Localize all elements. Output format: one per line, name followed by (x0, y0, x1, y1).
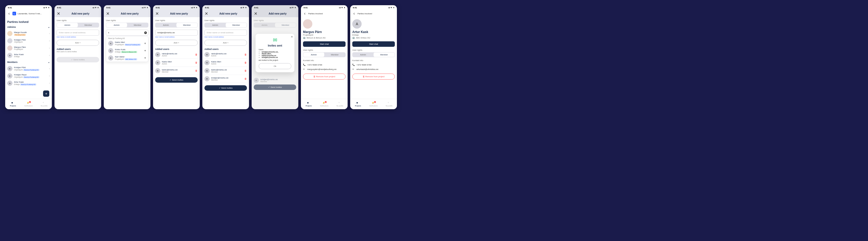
delete-user-icon[interactable]: 🗑 (195, 61, 198, 64)
seg-admin[interactable]: Admin (57, 23, 78, 27)
person-row[interactable]: Margus PärnProjektijuht › (7, 45, 50, 52)
send-invites-button[interactable]: ✓ Send invites (205, 85, 247, 91)
add-user-icon[interactable]: + (144, 42, 146, 45)
email-value[interactable]: marguspärn@randjatuulberg.ee (307, 68, 337, 71)
person-row[interactable]: K Kristjan PõldObjektijuht Rand ja Tuulb… (7, 65, 50, 72)
phone-value[interactable]: +372 5689 6784 (356, 64, 371, 66)
add-user-icon[interactable]: + (144, 56, 146, 60)
seg-admin[interactable]: Admin (205, 23, 226, 27)
add-party-fab[interactable]: + (43, 90, 49, 97)
seg-admin[interactable]: Admin (155, 23, 177, 27)
nav-profile[interactable]: ☺My profile (381, 99, 397, 109)
start-chat-button[interactable]: Start chat (303, 41, 345, 47)
user-rights-label: User rights (57, 19, 99, 22)
seg-member[interactable]: Member (127, 23, 148, 27)
modal-footer-text: are invited to the project. (259, 59, 291, 61)
name-email-input[interactable] (205, 30, 247, 36)
dropdown-item[interactable]: K Kaido MeriProjektijuht Rand ja Tuulber… (106, 40, 148, 47)
seg-member[interactable]: Member (374, 53, 395, 57)
back-button[interactable]: ‹ (303, 12, 307, 15)
rights-segment[interactable]: AdminMember (57, 23, 99, 28)
name-email-input[interactable] (155, 30, 198, 36)
nav-notifications[interactable]: 🔔4Notifications (21, 99, 36, 109)
back-button[interactable]: ‹ (352, 12, 356, 15)
modal-ok-button[interactable]: Ok (259, 63, 291, 69)
chevron-right-icon[interactable]: › (49, 32, 50, 35)
seg-admin[interactable]: Admin (352, 53, 374, 57)
seg-member[interactable]: Member (226, 23, 247, 27)
chevron-right-icon[interactable]: › (49, 47, 50, 49)
person-subtitle: Pending invite (14, 33, 48, 36)
user-role: Member (211, 71, 243, 73)
add-button[interactable]: Add + (205, 40, 247, 46)
added-users-help: Add users to send invites (57, 51, 99, 53)
email-value[interactable]: arturkask@viimistlus.ee (356, 68, 378, 71)
notification-badge: 4 (374, 101, 376, 103)
mail-icon: ✉ (303, 68, 306, 71)
delete-user-icon[interactable]: 🗑 (244, 53, 247, 56)
user-email: Kaido Meri (211, 60, 243, 63)
modal-close-icon[interactable]: ✕ (291, 35, 293, 38)
nav-profile[interactable]: ☺My profile (332, 99, 348, 109)
person-row[interactable]: A Artur KaskEhitaja › (7, 52, 50, 59)
user-email: Kaido Meri (162, 60, 193, 63)
delete-user-icon[interactable]: 🗑 (244, 61, 247, 64)
back-button[interactable]: ‹ (7, 12, 11, 15)
nav-notifications[interactable]: 🔔4Notifications (366, 99, 381, 109)
send-invites-button[interactable]: ✓ Send invites (155, 77, 198, 83)
close-button[interactable]: ✕ (205, 12, 208, 15)
collapse-admins[interactable]: ⌄ (48, 25, 50, 28)
add-button[interactable]: Add + (155, 40, 198, 46)
chevron-right-icon[interactable]: › (49, 39, 50, 42)
person-row[interactable]: Kristjan PõldObjektijuht › (7, 37, 50, 45)
delete-user-icon[interactable]: 🗑 (244, 78, 247, 80)
seg-admin[interactable]: Admin (303, 53, 324, 57)
breadcrumb[interactable]: Lasnamäe, Vormsi 5 rek... (18, 12, 42, 15)
collapse-members[interactable]: ⌄ (48, 60, 50, 63)
chevron-right-icon[interactable]: › (49, 67, 50, 70)
name-email-input[interactable] (57, 30, 99, 36)
phone-value[interactable]: +372 5689 6784 (307, 64, 322, 66)
avatar: K (7, 73, 12, 79)
chevron-right-icon[interactable]: › (49, 75, 50, 77)
close-button[interactable]: ✕ (155, 12, 159, 15)
delete-user-icon[interactable]: 🗑 (195, 53, 198, 56)
seg-admin[interactable]: Admin (106, 23, 127, 27)
clear-input-icon[interactable]: ✕ (144, 31, 147, 34)
chevron-right-icon[interactable]: › (49, 54, 50, 57)
delete-user-icon[interactable]: 🗑 (244, 70, 247, 72)
avatar: R (155, 68, 160, 73)
avatar (7, 46, 12, 51)
person-row[interactable]: A Artur KaskEhitaja Rand ja Tuulberg AS … (7, 80, 50, 87)
delete-user-icon[interactable]: 🗑 (195, 70, 198, 72)
nav-projects[interactable]: ▦Projects (350, 99, 366, 109)
name-email-input[interactable] (106, 30, 148, 36)
remove-from-project-button[interactable]: 🗑 Remove from project (352, 74, 395, 80)
profile-name: Artur Kask (352, 30, 395, 34)
dropdown-item[interactable]: K Karl VaherProjektijuht ABC Ehitus OÜ + (106, 54, 148, 62)
phone-icon: 📞 (303, 64, 306, 66)
chevron-right-icon[interactable]: › (49, 82, 50, 84)
add-button[interactable]: Add + (57, 40, 99, 46)
invited-user: kaido@merko.ee (262, 55, 291, 56)
nav-profile[interactable]: ☺My profile (36, 99, 52, 109)
seg-member[interactable]: Member (78, 23, 99, 27)
start-chat-button[interactable]: Start chat (352, 41, 395, 47)
mail-icon: ✉ (352, 68, 355, 71)
person-row[interactable]: K Kristjan RaudObjektijuht Rand ja Tuulb… (7, 72, 50, 80)
nav-projects[interactable]: ▦Projects (301, 99, 316, 109)
admins-header: Admins (7, 26, 16, 28)
nav-projects[interactable]: ▦Projects (5, 99, 21, 109)
seg-member[interactable]: Member (324, 53, 345, 57)
close-button[interactable]: ✕ (57, 12, 60, 15)
person-name: Marge Kuusik (14, 31, 48, 33)
person-name: Kristjan Põld (14, 66, 48, 69)
person-row[interactable]: Marge KuusikPending invite › (7, 30, 50, 37)
nav-notifications[interactable]: 🔔4Notifications (316, 99, 332, 109)
back-label[interactable]: Parties involved (308, 12, 323, 15)
seg-member[interactable]: Member (177, 23, 197, 27)
dropdown-item[interactable]: K Kristo KukkEhitaja Betoon & Betoon AS … (106, 47, 148, 54)
close-button[interactable]: ✕ (106, 12, 110, 15)
add-user-icon[interactable]: + (144, 49, 146, 53)
remove-from-project-button[interactable]: 🗑 Remove from project (303, 74, 345, 80)
